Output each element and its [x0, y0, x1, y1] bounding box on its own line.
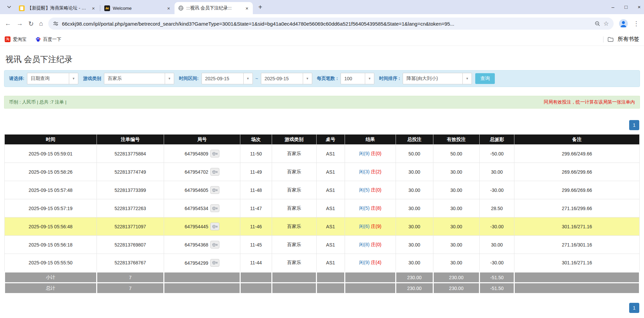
chevron-down-icon[interactable]: ▼: [243, 73, 252, 84]
bet-id-cell: 522813772263: [97, 199, 164, 218]
total-bet-link[interactable]: 30.00: [396, 181, 433, 199]
round-number: 647954368: [185, 242, 208, 248]
table-number-cell: AS1: [316, 218, 345, 236]
bookmark-star-icon[interactable]: ☆: [603, 20, 609, 27]
welcome-favicon: [104, 5, 110, 11]
tab-bet-record[interactable]: :::视讯 会员下注纪录::: ×: [175, 2, 253, 14]
forward-button[interactable]: →: [17, 20, 23, 27]
table-number-cell: AS1: [316, 199, 345, 218]
footer-cell: [164, 283, 240, 294]
search-button[interactable]: 查询: [475, 73, 495, 84]
video-replay-icon[interactable]: [210, 168, 219, 176]
round-number: 647954299: [185, 260, 208, 265]
footer-cell: 230.00: [396, 283, 433, 294]
chevron-down-icon[interactable]: ▼: [69, 73, 78, 84]
url-text[interactable]: 66cxkj98.com/ipl/portal.php/game/betreco…: [62, 21, 591, 27]
sort-label: 时间排序 :: [379, 76, 400, 82]
page-1-button[interactable]: 1: [629, 303, 639, 313]
video-replay-icon[interactable]: [210, 241, 219, 249]
tab-welcome[interactable]: Welcome ×: [101, 2, 175, 14]
tab-title: :::视讯 会员下注纪录:::: [186, 5, 242, 11]
time-range-label: 时间区间:: [179, 76, 199, 82]
time-cell: 2025-09-15 05:57:19: [5, 199, 97, 218]
table-number-cell: AS1: [316, 254, 345, 272]
tab-close-icon[interactable]: ×: [166, 5, 171, 11]
tab-forum[interactable]: 【新提醒】海燕策略论坛 - 综合 ×: [16, 2, 99, 14]
chevron-down-icon[interactable]: ▼: [365, 73, 374, 84]
footer-cell: [514, 272, 640, 283]
column-header: 游戏类别: [272, 135, 316, 145]
address-bar[interactable]: 66cxkj98.com/ipl/portal.php/game/betreco…: [48, 18, 614, 30]
page-size-select[interactable]: 100 ▼: [341, 73, 374, 84]
game-type-select[interactable]: 百家乐 ▼: [104, 73, 174, 84]
table-row: 2025-09-15 05:59:01522813775884647954809…: [5, 145, 640, 163]
date-to-value: 2025-09-15: [261, 73, 303, 84]
game-type-label: 游戏类别: [83, 76, 101, 82]
bookmark-baidu[interactable]: 百度一下: [35, 36, 61, 42]
pagination-bottom: 1: [4, 303, 639, 313]
page-title: 视讯 会员下注纪录: [5, 54, 640, 65]
chevron-down-icon: [7, 6, 11, 8]
total-bet-link[interactable]: 50.00: [396, 145, 433, 163]
total-bet-link[interactable]: 30.00: [396, 254, 433, 272]
home-button[interactable]: ⌂: [39, 20, 43, 27]
result-cell: 闲(5) 庄(0): [345, 181, 396, 199]
video-replay-icon[interactable]: [210, 186, 219, 194]
date-to-select[interactable]: 2025-09-15 ▼: [261, 73, 312, 84]
video-replay-icon[interactable]: [210, 259, 219, 267]
column-header: 桌号: [316, 135, 345, 145]
total-bet-link[interactable]: 30.00: [396, 199, 433, 218]
payout-cell: -30.00: [479, 218, 514, 236]
video-replay-icon[interactable]: [210, 204, 219, 212]
tab-search-button[interactable]: [4, 2, 14, 12]
back-button[interactable]: ←: [5, 20, 11, 27]
sort-select[interactable]: 降冪(由大到小) ▼: [403, 73, 472, 84]
profile-avatar[interactable]: [619, 19, 628, 28]
table-row: 2025-09-15 05:57:19522813772263647954534…: [5, 199, 640, 218]
footer-cell: -51.50: [479, 272, 514, 283]
site-info-icon[interactable]: [53, 21, 58, 26]
chevron-down-icon[interactable]: ▼: [303, 73, 312, 84]
tab-close-icon[interactable]: ×: [244, 5, 249, 11]
tab-close-icon[interactable]: ×: [91, 5, 96, 11]
chevron-down-icon[interactable]: ▼: [462, 73, 472, 84]
round-cell: 647954605: [164, 181, 240, 199]
chevron-down-icon[interactable]: ▼: [165, 73, 174, 84]
total-bet-link[interactable]: 30.00: [396, 218, 433, 236]
all-bookmarks[interactable]: 所有书签: [603, 36, 639, 43]
result-cell: 闲(3) 庄(2): [345, 163, 396, 181]
pagination-top: 1: [4, 120, 639, 130]
payout-cell: 30.00: [479, 163, 514, 181]
new-tab-button[interactable]: +: [256, 2, 265, 12]
session-cell: 11-48: [240, 181, 272, 199]
menu-icon[interactable]: ⋮: [633, 20, 639, 27]
bookmark-taobao[interactable]: 淘 爱淘宝: [5, 36, 27, 42]
payout-cell: -30.00: [479, 254, 514, 272]
page-1-button[interactable]: 1: [629, 120, 639, 130]
folder-icon: [608, 37, 614, 42]
table-number-cell: AS1: [316, 163, 345, 181]
column-header: 结果: [345, 135, 396, 145]
reload-button[interactable]: ↻: [28, 20, 34, 28]
banker-result: 庄(8): [371, 205, 381, 211]
video-replay-icon[interactable]: [210, 150, 219, 157]
bet-record-table: 时间注单编号局号场次游戏类别桌号结果总投注有效投注总派彩备注 2025-09-1…: [4, 134, 640, 294]
tab-title: Welcome: [113, 6, 163, 11]
video-replay-icon[interactable]: [210, 223, 219, 230]
close-button[interactable]: ×: [638, 4, 641, 10]
all-bookmarks-label: 所有书签: [618, 36, 639, 43]
game-type-cell: 百家乐: [272, 163, 316, 181]
player-result: 闲(8): [359, 242, 370, 247]
footer-cell: [272, 272, 316, 283]
date-from-select[interactable]: 2025-09-15 ▼: [202, 73, 253, 84]
note-cell: 271.16/301.16: [514, 236, 640, 254]
zoom-icon[interactable]: [595, 21, 600, 26]
minimize-button[interactable]: –: [612, 4, 614, 10]
banker-result: 庄(0): [371, 242, 381, 247]
date-type-select[interactable]: 日期查询 ▼: [27, 73, 78, 84]
result-cell: 闲(6) 庄(9): [345, 218, 396, 236]
player-result: 闲(9): [359, 151, 370, 156]
total-bet-link[interactable]: 30.00: [396, 236, 433, 254]
total-bet-link[interactable]: 30.00: [396, 163, 433, 181]
maximize-button[interactable]: □: [624, 4, 627, 10]
